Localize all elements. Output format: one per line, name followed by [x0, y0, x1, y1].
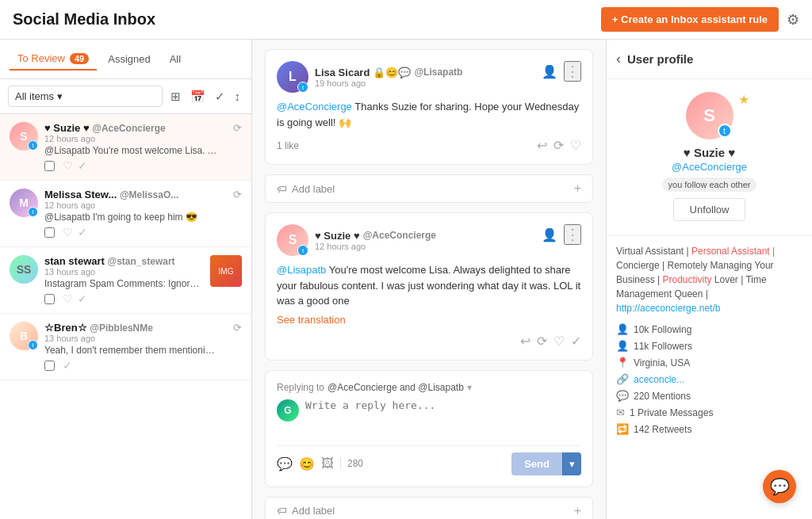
add-label-plus-icon[interactable]: +	[574, 181, 581, 196]
item-actions: ✓	[44, 359, 242, 372]
message-body: @AceConcierge Thanks Suzie for sharing. …	[277, 99, 581, 130]
twitter-badge-icon: t	[28, 340, 38, 350]
item-like-button[interactable]: ♡	[63, 292, 73, 305]
message-card: S t ♥ Suzie ♥ @AceConcierge 12 hours ago	[265, 212, 593, 361]
to-review-badge: 49	[70, 53, 89, 64]
label-tag-icon-2: 🏷	[277, 505, 287, 517]
profile-star-icon[interactable]: ★	[738, 92, 749, 107]
item-author-name: ♥ Suzie ♥ @AceConcierge	[44, 122, 166, 134]
bio-link[interactable]: http://aceconcierge.net/b	[616, 303, 720, 314]
item-actions: ♡ ✓	[44, 159, 242, 172]
mention: @AceConcierge	[277, 101, 352, 113]
grid-view-button[interactable]: ⊞	[167, 86, 184, 107]
send-dropdown-button[interactable]: ▾	[562, 452, 581, 475]
author-avatar-wrap: L t	[277, 61, 308, 93]
mention: @Lisapatb	[277, 264, 326, 276]
item-checkbox[interactable]	[44, 361, 55, 371]
profile-handle[interactable]: @AceConcierge	[672, 161, 747, 173]
char-count: 280	[340, 458, 363, 469]
item-check-button[interactable]: ✓	[78, 292, 87, 305]
retweet-button[interactable]: ⟳	[537, 334, 547, 349]
chat-widget[interactable]: 💬	[763, 470, 796, 503]
item-check-button[interactable]: ✓	[78, 226, 87, 239]
item-like-button[interactable]: ♡	[63, 226, 73, 239]
item-check-button[interactable]: ✓	[63, 359, 72, 372]
item-author-name: stan stewart @stan_stewart	[44, 255, 175, 267]
calendar-button[interactable]: 📅	[187, 86, 209, 107]
message-actions: ↩ ⟳ ♡ ✓	[520, 334, 581, 349]
list-item[interactable]: SS stan stewart @stan_stewart 13 hours a…	[0, 247, 251, 314]
unfollow-button[interactable]: Unfollow	[673, 198, 746, 221]
panel-profile: S t ★ ♥ Suzie ♥ @AceConcierge you follow…	[607, 79, 812, 235]
retweet-button[interactable]: ⟳	[553, 138, 564, 153]
add-label-plus-icon-2[interactable]: +	[574, 504, 581, 518]
panel-back-button[interactable]: ‹	[616, 51, 621, 67]
item-checkbox[interactable]	[44, 294, 55, 304]
reply-button[interactable]: ↩	[520, 334, 530, 349]
reply-image-button[interactable]: 🖼	[321, 456, 334, 471]
message-time: 12 hours ago	[315, 242, 436, 251]
reply-button[interactable]: ↩	[537, 138, 547, 153]
message-actions: ↩ ⟳ ♡	[537, 138, 581, 153]
replying-to-label: Replying to @AceConcierge and @Lisapatb …	[277, 382, 581, 393]
tab-assigned[interactable]: Assigned	[100, 48, 158, 70]
like-button[interactable]: ♡	[570, 138, 581, 153]
messages-icon: ✉	[616, 406, 625, 418]
assign-button[interactable]: 👤	[542, 227, 557, 242]
add-label-button-2[interactable]: 🏷 Add label	[277, 505, 335, 517]
reply-emoji-face-button[interactable]: 😊	[299, 456, 315, 471]
item-text: Yeah, I don't remember them mentioning m…	[44, 345, 219, 356]
tab-assigned-label: Assigned	[108, 53, 150, 65]
panel-title: User profile	[627, 52, 693, 66]
message-footer: ↩ ⟳ ♡ ✓	[277, 334, 581, 349]
list-item[interactable]: M t Melissa Stew... @MelissaO... ⟳ 12 ho…	[0, 181, 251, 247]
list-item[interactable]: B t ☆Bren☆ @PibblesNMe ⟳ 13 hours ago Ye…	[0, 314, 251, 380]
add-label-button[interactable]: 🏷 Add label	[277, 183, 335, 195]
send-button[interactable]: Send	[511, 452, 562, 475]
assign-button[interactable]: 👤	[542, 64, 557, 79]
mentions-value: 220 Mentions	[634, 391, 691, 402]
message-author: L t Lisa Sicard 🔒😊💬 @Lisapatb 19 hours a…	[277, 61, 462, 93]
tab-all[interactable]: All	[162, 48, 189, 70]
profile-stats: 👤 10k Following 👤 11k Followers 📍 Virgin…	[607, 315, 812, 443]
item-like-button[interactable]: ♡	[63, 159, 73, 172]
more-options-button[interactable]: ⋮	[564, 224, 581, 245]
more-options-button[interactable]: ⋮	[564, 61, 581, 82]
main-layout: To Review 49 Assigned All All items ▾ ⊞	[0, 40, 812, 519]
item-header: ♥ Suzie ♥ @AceConcierge ⟳	[44, 122, 242, 134]
item-content: ♥ Suzie ♥ @AceConcierge ⟳ 12 hours ago @…	[44, 122, 242, 172]
reply-chevron-icon[interactable]: ▾	[467, 382, 472, 393]
check-button[interactable]: ✓	[212, 86, 228, 107]
see-translation-link[interactable]: See translation	[277, 309, 581, 326]
item-check-button[interactable]: ✓	[78, 159, 87, 172]
item-actions: ♡ ✓	[44, 226, 242, 239]
add-label-row-2: 🏷 Add label +	[265, 497, 593, 520]
gear-button[interactable]: ⚙	[787, 11, 799, 29]
check-button[interactable]: ✓	[571, 334, 581, 349]
feed: L t Lisa Sicard 🔒😊💬 @Lisapatb 19 hours a…	[252, 40, 606, 519]
following-stat: 👤 10k Following	[616, 323, 802, 335]
like-count: 1 like	[277, 140, 299, 151]
item-author-name: Melissa Stew... @MelissaO...	[44, 189, 178, 200]
message-time: 19 hours ago	[315, 78, 462, 88]
sort-button[interactable]: ↕	[232, 86, 244, 107]
tab-to-review[interactable]: To Review 49	[10, 48, 97, 71]
message-header: S t ♥ Suzie ♥ @AceConcierge 12 hours ago	[277, 224, 581, 256]
twitter-badge-icon: t	[28, 140, 38, 151]
reply-emoji-button[interactable]: 💬	[277, 456, 293, 471]
create-rule-button[interactable]: + Create an Inbox assistant rule	[601, 7, 779, 32]
filter-select[interactable]: All items ▾	[8, 86, 163, 107]
personal-assistant-text: Personal Assistant |	[691, 246, 775, 257]
message-header: L t Lisa Sicard 🔒😊💬 @Lisapatb 19 hours a…	[277, 61, 581, 93]
item-time: 13 hours ago	[44, 267, 204, 277]
location-stat: 📍 Virginia, USA	[616, 357, 802, 368]
item-checkbox[interactable]	[44, 161, 55, 171]
item-checkbox[interactable]	[44, 227, 55, 238]
list-item[interactable]: S t ♥ Suzie ♥ @AceConcierge ⟳ 12 hours a…	[0, 114, 251, 181]
reply-textarea[interactable]	[305, 399, 581, 439]
sidebar-filter-row: All items ▾ ⊞ 📅 ✓ ↕	[0, 79, 251, 114]
reply-to-handles: @AceConcierge and @Lisapatb	[327, 382, 464, 393]
messages-stat: ✉ 1 Private Messages	[616, 406, 802, 418]
link-value[interactable]: aceconcle...	[634, 374, 684, 385]
like-button[interactable]: ♡	[553, 334, 565, 349]
